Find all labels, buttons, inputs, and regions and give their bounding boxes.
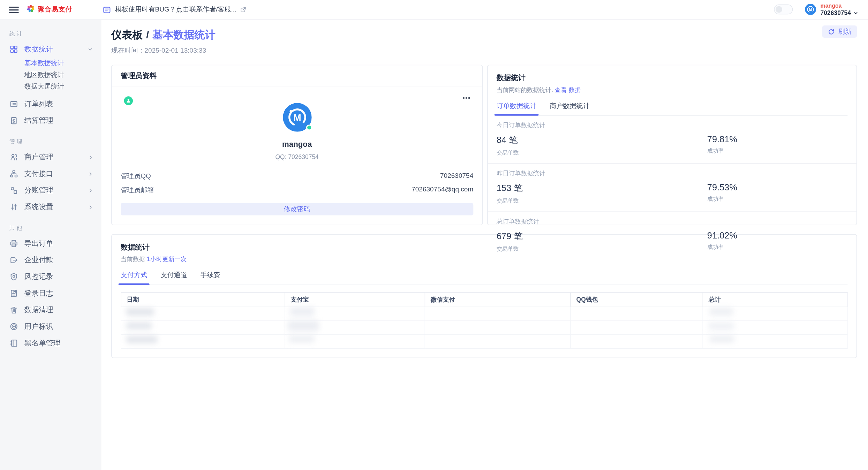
yesterday-success-rate: 79.53% — [707, 183, 848, 193]
today-success-rate: 79.81% — [707, 135, 848, 145]
sidebar-item-pay-interface[interactable]: 支付接口 — [0, 166, 101, 182]
redacted-cell — [710, 335, 734, 343]
yesterday-order-count: 153 笔 — [497, 183, 707, 194]
tab-pay-method[interactable]: 支付方式 — [121, 271, 147, 285]
notebook-icon — [9, 289, 18, 298]
sidebar-section-label: 统计 — [0, 21, 101, 41]
profile-field-row: 管理员QQ 702630754 — [121, 172, 473, 181]
sidebar-subitem-basic-stats[interactable]: 基本数据统计 — [0, 58, 101, 69]
online-user-icon — [124, 96, 133, 105]
tab-merchant-stats[interactable]: 商户数据统计 — [550, 101, 589, 115]
col-wechat-pay: 微信支付 — [425, 293, 571, 307]
sidebar-item-settlement[interactable]: 结算管理 — [0, 112, 101, 129]
table-row — [121, 307, 847, 321]
toggle-knob — [776, 6, 782, 13]
profile-avatar: M — [282, 103, 311, 132]
redacted-cell — [126, 322, 152, 329]
stats-card-title: 数据统计 — [497, 73, 847, 83]
flower-logo-icon — [26, 4, 36, 15]
user-id: 702630754 — [821, 9, 851, 16]
more-menu-icon[interactable]: ⋯ — [462, 93, 471, 103]
topbar: 聚合易支付 模板使用时有BUG？点击联系作者/客服... M — [0, 0, 868, 20]
printer-icon — [9, 239, 18, 248]
tab-order-stats[interactable]: 订单数据统计 — [497, 101, 536, 115]
table-row — [121, 321, 847, 335]
topbar-avatar[interactable]: M — [805, 4, 816, 15]
data-statistics-card: 数据统计 当前网站的数据统计. 查看 数据 订单数据统计 商户数据统计 今日订单… — [487, 65, 857, 225]
svg-text:M: M — [293, 113, 301, 123]
sliders-icon — [9, 203, 18, 211]
refresh-button[interactable]: 刷新 — [822, 25, 857, 38]
stat-section-yesterday: 昨日订单数据统计 153 笔 交易单数 79.53% 成功率 — [488, 163, 856, 211]
sidebar-item-label: 风控记录 — [24, 272, 53, 282]
sidebar-item-corporate-payment[interactable]: 企业付款 — [0, 252, 101, 268]
online-status-dot — [306, 124, 312, 130]
profile-card-title: 管理员资料 — [112, 65, 482, 86]
today-order-count: 84 笔 — [497, 135, 707, 146]
stat-section-total: 总订单数据统计 679 笔 交易单数 91.02% 成功率 — [488, 211, 856, 259]
sidebar-item-label: 分账管理 — [24, 185, 53, 196]
change-password-button[interactable]: 修改密码 — [121, 203, 473, 215]
col-total: 总计 — [703, 293, 847, 307]
sidebar-subitem-screen-stats[interactable]: 数据大屏统计 — [0, 81, 101, 92]
update-frequency-link[interactable]: 1小时更新一次 — [147, 256, 187, 262]
col-date: 日期 — [121, 293, 285, 307]
shield-icon — [9, 272, 18, 281]
sidebar-subitem-region-stats[interactable]: 地区数据统计 — [0, 69, 101, 81]
sidebar-item-blacklist[interactable]: 黑名单管理 — [0, 335, 101, 351]
profile-field-row: 管理员邮箱 702630754@qq.com — [121, 185, 473, 195]
user-name: mangoa — [821, 3, 858, 9]
sidebar-item-label: 数据统计 — [24, 44, 53, 54]
col-alipay: 支付宝 — [285, 293, 425, 307]
sidebar-item-label: 用户标识 — [24, 321, 53, 332]
split-shapes-icon — [9, 186, 18, 195]
field-label: 管理员邮箱 — [121, 185, 154, 195]
chevron-right-icon — [88, 188, 93, 193]
svg-text:M: M — [809, 8, 812, 12]
notice-form-icon — [103, 5, 111, 14]
view-data-link[interactable]: 查看 数据 — [555, 86, 581, 93]
chevron-right-icon — [88, 171, 93, 176]
tab-pay-channel[interactable]: 支付通道 — [160, 271, 187, 285]
users-icon — [9, 153, 18, 161]
sidebar-item-label: 支付接口 — [24, 169, 53, 179]
theme-toggle[interactable] — [774, 5, 793, 15]
user-menu[interactable]: mangoa 702630754 — [821, 3, 858, 16]
sidebar-item-split-accounts[interactable]: 分账管理 — [0, 182, 101, 199]
total-order-count: 679 笔 — [497, 231, 707, 242]
redacted-cell — [126, 308, 154, 316]
sidebar-item-system-settings[interactable]: 系统设置 — [0, 199, 101, 215]
sidebar-item-order-list[interactable]: 订单列表 — [0, 96, 101, 113]
sidebar-item-merchants[interactable]: 商户管理 — [0, 149, 101, 166]
sidebar-item-user-identity[interactable]: 用户标识 — [0, 318, 101, 335]
sidebar-item-label: 商户管理 — [24, 152, 53, 162]
redacted-cell — [709, 322, 734, 330]
field-value: 702630754@qq.com — [412, 185, 473, 195]
sidebar-item-data-cleanup[interactable]: 数据清理 — [0, 302, 101, 318]
settlement-doc-icon — [9, 116, 18, 125]
breadcrumb: 仪表板/基本数据统计 — [111, 28, 857, 42]
admin-name: mangoa — [121, 139, 473, 148]
table-row — [121, 335, 847, 349]
app-stage: 聚合易支付 模板使用时有BUG？点击联系作者/客服... M — [0, 0, 868, 470]
target-icon — [9, 322, 18, 331]
app-logo[interactable]: 聚合易支付 — [26, 4, 73, 15]
redacted-cell — [710, 308, 733, 316]
sidebar-item-export-orders[interactable]: 导出订单 — [0, 235, 101, 252]
chevron-down-icon — [853, 10, 858, 15]
sidebar-item-risk-records[interactable]: 风控记录 — [0, 268, 101, 285]
sidebar-item-label: 结算管理 — [24, 116, 53, 126]
tab-fees[interactable]: 手续费 — [201, 271, 220, 285]
sidebar-item-label: 系统设置 — [24, 202, 53, 212]
sidebar-item-data-stats[interactable]: 数据统计 — [0, 41, 101, 58]
breadcrumb-current[interactable]: 基本数据统计 — [152, 29, 216, 40]
bug-notice-link[interactable]: 模板使用时有BUG？点击联系作者/客服... — [103, 5, 251, 14]
admin-qq-line: QQ: 702630754 — [121, 153, 473, 160]
redacted-cell — [289, 335, 315, 343]
menu-toggle-icon[interactable] — [9, 6, 19, 13]
current-time: 现在时间：2025-02-01 13:03:33 — [111, 46, 857, 55]
redacted-cell — [126, 336, 157, 343]
sidebar-item-login-logs[interactable]: 登录日志 — [0, 285, 101, 302]
sidebar-item-label: 导出订单 — [24, 238, 53, 249]
sitemap-icon — [9, 169, 18, 178]
